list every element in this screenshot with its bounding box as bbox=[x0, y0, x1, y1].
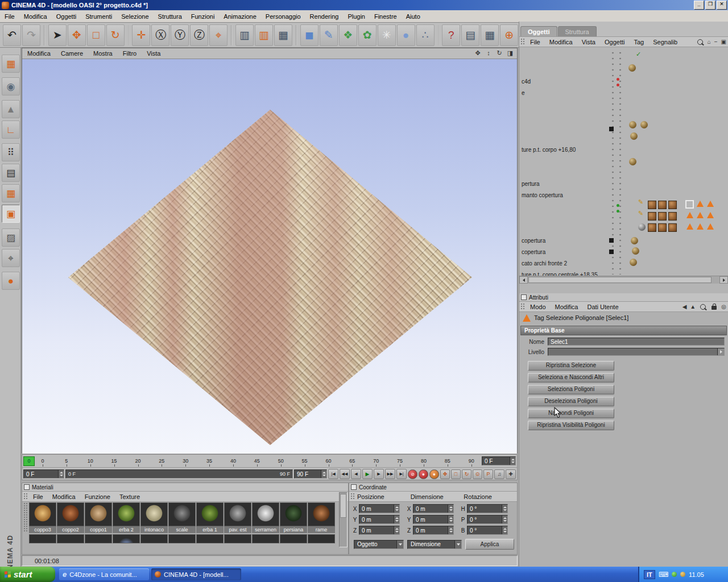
minimize-button[interactable]: _ bbox=[694, 1, 704, 10]
vp-menu-mostra[interactable]: Mostra bbox=[88, 50, 118, 57]
material-tag-icon[interactable] bbox=[648, 201, 656, 209]
polygon-mode-icon[interactable]: ▦ bbox=[2, 184, 20, 202]
material-thumb-partial[interactable] bbox=[308, 534, 335, 543]
pos-z-field[interactable]: 0 m bbox=[359, 526, 400, 535]
lock-x-icon[interactable]: Ⓧ bbox=[151, 24, 169, 46]
texture-tag-icon[interactable] bbox=[640, 121, 648, 128]
tree-item[interactable]: cato archi fronte 2 bbox=[522, 260, 567, 267]
panel-pin-icon[interactable] bbox=[521, 294, 527, 300]
mat-menu-funzione[interactable]: Funzione bbox=[80, 493, 115, 500]
next-frame-button[interactable]: ▶ bbox=[374, 469, 384, 479]
texture-tag-icon[interactable] bbox=[631, 237, 638, 244]
tree-item[interactable]: manto copertura bbox=[522, 192, 563, 198]
scrollbar-thumb[interactable] bbox=[528, 277, 712, 283]
dim-y-field[interactable]: 0 m bbox=[413, 515, 454, 524]
material-tag-icon[interactable] bbox=[658, 201, 667, 209]
texture-tag-icon[interactable] bbox=[629, 158, 636, 165]
seleziona-e-nascondi-altri-button[interactable]: Seleziona e Nascondi Altri bbox=[528, 373, 614, 383]
viewport-canvas[interactable] bbox=[22, 59, 517, 454]
pos-y-field[interactable]: 0 m bbox=[359, 515, 400, 524]
lock-z-icon[interactable]: Ⓩ bbox=[190, 24, 208, 46]
search-icon[interactable] bbox=[700, 304, 706, 310]
key-scale-icon[interactable]: □ bbox=[451, 469, 461, 479]
polygon-selection-icon[interactable]: ▣ bbox=[2, 205, 20, 223]
lock-icon[interactable] bbox=[712, 306, 717, 310]
target-dropdown[interactable]: Oggetto bbox=[354, 540, 404, 549]
add-deformer-icon[interactable]: ✳ bbox=[378, 24, 396, 46]
material-coppo3[interactable]: coppo3 bbox=[29, 502, 56, 533]
vp-menu-modifica[interactable]: Modifica bbox=[22, 50, 56, 57]
drag-handle-icon[interactable] bbox=[23, 502, 28, 532]
rot-p-field[interactable]: 0 ° bbox=[467, 515, 508, 524]
om-menu-modifica[interactable]: Modifica bbox=[545, 39, 577, 45]
add-particles-icon[interactable]: ∴ bbox=[416, 24, 435, 46]
texture-tag-icon[interactable] bbox=[628, 64, 636, 72]
add-primitive-icon[interactable]: ◼ bbox=[300, 24, 318, 46]
minimize-panel-icon[interactable]: − bbox=[713, 39, 719, 45]
material-pav-est[interactable]: pav. est bbox=[224, 502, 251, 533]
enable-toggle[interactable] bbox=[609, 250, 614, 254]
history-back-icon[interactable]: ◀ bbox=[681, 304, 689, 310]
vp-menu-camere[interactable]: Camere bbox=[56, 50, 88, 57]
section-proprieta-base[interactable]: Proprietà Base bbox=[520, 326, 727, 335]
play-button[interactable]: ▶ bbox=[362, 469, 373, 479]
drag-handle-icon[interactable] bbox=[350, 493, 354, 500]
live-selection-icon[interactable]: ➤ bbox=[48, 24, 67, 46]
pos-x-field[interactable]: 0 m bbox=[359, 504, 400, 513]
scroll-left-icon[interactable] bbox=[519, 276, 528, 284]
zoom-icon[interactable]: ↕ bbox=[484, 49, 493, 57]
key-rotation-icon[interactable]: ↻ bbox=[462, 469, 471, 479]
polygon-selection-tag-icon[interactable] bbox=[707, 201, 714, 207]
language-indicator[interactable]: IT bbox=[644, 570, 655, 579]
texture-axis-icon[interactable]: ▨ bbox=[2, 228, 20, 247]
polygon-selection-tag-icon[interactable] bbox=[707, 223, 714, 230]
menu-file[interactable]: File bbox=[0, 11, 19, 22]
ruler-frame-field[interactable]: 0 F bbox=[482, 456, 516, 465]
selection-tag-active-icon[interactable] bbox=[685, 200, 694, 209]
scale-icon[interactable]: □ bbox=[87, 24, 105, 46]
texture-mode-icon[interactable]: ▲ bbox=[2, 100, 20, 118]
deseleziona-poligoni-button[interactable]: Deseleziona Poligoni bbox=[528, 397, 614, 406]
make-editable-icon[interactable]: ▦ bbox=[2, 55, 20, 73]
om-menu-segnalib[interactable]: Segnalib bbox=[648, 39, 682, 45]
texture-tag-icon[interactable] bbox=[630, 132, 638, 140]
object-axis-icon[interactable]: ⌖ bbox=[2, 249, 20, 267]
material-thumb-partial[interactable] bbox=[85, 534, 112, 543]
om-menu-vista[interactable]: Vista bbox=[577, 39, 600, 45]
maximize-panel-icon[interactable]: ▣ bbox=[719, 39, 728, 45]
edge-mode-icon[interactable]: ▤ bbox=[2, 164, 20, 182]
spinner[interactable] bbox=[58, 470, 64, 478]
pan-icon[interactable]: ✥ bbox=[473, 49, 482, 57]
layout-table-icon[interactable]: ▦ bbox=[481, 24, 499, 46]
mat-menu-modifica[interactable]: Modifica bbox=[48, 493, 80, 500]
add-spline-icon[interactable]: ✎ bbox=[320, 24, 338, 46]
polygon-selection-tag-icon[interactable] bbox=[686, 212, 693, 218]
key-position-icon[interactable]: ✥ bbox=[440, 469, 450, 479]
display-filter-icon[interactable]: ● bbox=[2, 272, 20, 290]
toggle-view-icon[interactable]: ◨ bbox=[506, 49, 515, 57]
texture-tag-icon[interactable] bbox=[632, 247, 639, 255]
menu-personaggio[interactable]: Personaggio bbox=[261, 11, 305, 22]
material-thumb-partial[interactable] bbox=[168, 534, 196, 543]
undo-icon[interactable]: ↶ bbox=[3, 24, 21, 46]
tab-struttura[interactable]: Struttura bbox=[558, 26, 597, 36]
restore-button[interactable]: ❐ bbox=[705, 1, 715, 10]
prev-frame-button[interactable]: ◀ bbox=[351, 469, 361, 479]
drag-handle-icon[interactable] bbox=[520, 303, 524, 310]
render-active-view-icon[interactable]: ▥ bbox=[255, 24, 273, 46]
lock-y-icon[interactable]: Ⓨ bbox=[171, 24, 189, 46]
goto-start-button[interactable]: |◀ bbox=[328, 469, 338, 479]
tray-status-icon[interactable] bbox=[672, 572, 677, 577]
polygon-selection-tag-icon[interactable] bbox=[686, 223, 693, 230]
taskbar-item-cinema4d[interactable]: CINEMA 4D - [modell... bbox=[151, 568, 241, 580]
level-slider[interactable] bbox=[548, 348, 725, 356]
taskbar-item-browser[interactable]: e C4Dzone - La comunit... bbox=[59, 568, 149, 580]
record-keyframe-icon[interactable]: ⊘ bbox=[408, 469, 417, 479]
vp-menu-filtro[interactable]: Filtro bbox=[118, 50, 142, 57]
polygon-selection-tag-icon[interactable] bbox=[697, 212, 704, 218]
material-intonaco[interactable]: intonaco bbox=[140, 502, 168, 533]
materials-scrollbar[interactable] bbox=[339, 492, 348, 547]
add-marker-icon[interactable]: ✚ bbox=[506, 469, 516, 479]
model-mode-icon[interactable]: ◉ bbox=[2, 77, 20, 95]
key-parameter-icon[interactable]: ⊙ bbox=[473, 469, 482, 479]
